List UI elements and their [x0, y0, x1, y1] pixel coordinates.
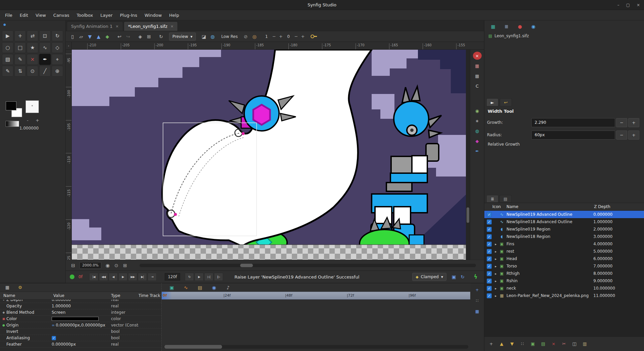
layer-expander-icon[interactable]: ▸	[493, 279, 498, 283]
menu-window[interactable]: Window	[141, 13, 165, 18]
curves-icon[interactable]: ∿	[182, 284, 190, 292]
decrease-size-button[interactable]: -	[27, 118, 29, 123]
grid-small-icon[interactable]: ▦	[473, 308, 481, 315]
future-onion-increase-button[interactable]: +	[300, 34, 306, 39]
param-row[interactable]: Feather0.000000pxreal	[0, 341, 161, 348]
width-tool[interactable]: ✒	[39, 54, 51, 65]
timeline-mark[interactable]: |96f	[409, 293, 416, 298]
sound-icon[interactable]: ♪	[224, 284, 232, 292]
preview-dropdown[interactable]: Preview ▾	[169, 33, 196, 41]
param-value-cell[interactable]: ✓	[52, 335, 111, 341]
canvas[interactable]	[72, 50, 466, 260]
group-layer-icon[interactable]: ▣	[529, 340, 536, 347]
layer-enabled-checkbox[interactable]: ✓	[487, 286, 492, 291]
keyframe-bounds-icon[interactable]: ▣	[168, 284, 176, 292]
fill-tool[interactable]: ⌖	[52, 54, 63, 65]
add-waypoint-icon[interactable]: +	[473, 287, 481, 293]
layer-row[interactable]: ✓◖NewSpline019 Region2.000000	[484, 225, 644, 233]
layer-enabled-checkbox[interactable]: ✓	[487, 271, 492, 276]
outline-color-swatch[interactable]	[6, 101, 16, 110]
menu-view[interactable]: View	[32, 13, 50, 18]
relative-growth-label[interactable]: Relative Growth	[488, 142, 520, 147]
play-to-end-button[interactable]: ▷|	[204, 273, 213, 281]
growth-increase-button[interactable]: +	[628, 118, 639, 127]
history-tab[interactable]: ↩	[500, 98, 512, 106]
close-button[interactable]: ×	[637, 3, 640, 7]
new-doc-icon[interactable]: ▯	[68, 33, 76, 41]
open-doc-icon[interactable]: ▱	[77, 33, 85, 41]
menu-canvas[interactable]: Canvas	[50, 13, 73, 18]
param-value-cell[interactable]: 1.000000	[52, 303, 111, 309]
menu-edit[interactable]: Edit	[16, 13, 32, 18]
onion-skin-icon[interactable]: ◎	[251, 33, 259, 41]
file-tree-item[interactable]: Leon_synfig1.sifz	[494, 34, 529, 38]
eyedrop-tool[interactable]: ✎	[2, 66, 13, 77]
close-canvas-icon[interactable]: ×	[473, 52, 482, 60]
duplicate-layer-icon[interactable]: ∷	[519, 340, 526, 347]
timeline-ruler[interactable]: 0f|24f|48f|72f|96f	[162, 292, 470, 300]
param-row[interactable]: ●Origin∞0.000000px,0.000000pxvector (Con…	[0, 322, 161, 329]
keyframes-panel-icon[interactable]: ●	[516, 22, 524, 31]
keyframe-lock-icon[interactable]	[311, 35, 314, 38]
copy-layer-icon[interactable]: ◫	[571, 340, 578, 347]
menu-plug-ins[interactable]: Plug-Ins	[116, 13, 141, 18]
add-layer-icon[interactable]: +	[488, 340, 495, 347]
render-settings-icon[interactable]: ◪	[200, 33, 208, 41]
clean-icon[interactable]: ◈	[136, 33, 144, 41]
document-tab[interactable]: *Leon_synfig1.sifz×	[124, 21, 178, 31]
layer-row[interactable]: ✓◖NewSpline018 Region3.000000	[484, 233, 644, 240]
layer-enabled-checkbox[interactable]: ✓	[487, 256, 492, 261]
mirror-tool[interactable]: ⇄	[27, 31, 38, 41]
params-wrench-icon[interactable]: ⚙	[16, 284, 24, 291]
tab-close-icon[interactable]: ×	[170, 24, 173, 29]
outline-fill-icon[interactable]: ◆	[473, 137, 482, 145]
quality-icon[interactable]: ∗	[473, 117, 482, 125]
past-onion-value[interactable]: 1	[265, 34, 268, 39]
seek-next-keyframe-button[interactable]: ▶|	[138, 273, 147, 281]
lock-keyframes-icon[interactable]: ◉	[210, 284, 218, 292]
growth-input[interactable]: 2.290	[531, 118, 615, 127]
lower-layer-icon[interactable]: ▼	[508, 340, 516, 347]
past-onion-decrease-button[interactable]: −	[271, 34, 277, 39]
library-panel-icon[interactable]: ≣	[502, 22, 511, 31]
transform-tool[interactable]: ▶	[2, 31, 13, 41]
layer-expander-icon[interactable]: ▸	[493, 294, 498, 298]
timeline-mark[interactable]: |24f	[223, 293, 231, 298]
ruler-corner-expander[interactable]: ›	[66, 42, 72, 50]
loop-button[interactable]: ↻	[185, 273, 194, 281]
canvas-browser-icon[interactable]: ▦	[489, 22, 497, 31]
layer-enabled-checkbox[interactable]: ✓	[487, 264, 492, 269]
seek-next-frame-button[interactable]: ▶▶	[128, 273, 137, 281]
dots-icon[interactable]: ∷	[473, 297, 481, 304]
guide-c-icon[interactable]: C	[473, 82, 482, 90]
draw-tool[interactable]: ✎	[14, 54, 26, 65]
layer-enabled-checkbox[interactable]: ✓	[487, 249, 492, 254]
layer-enabled-checkbox[interactable]: ✓	[487, 219, 492, 224]
gradient-tool[interactable]: ▧	[2, 54, 13, 65]
collapse-timebar-icon[interactable]: ⊟	[69, 261, 77, 269]
info-panel-icon[interactable]: ◉	[529, 22, 537, 31]
play-button[interactable]: ▶	[118, 273, 127, 281]
radius-increase-button[interactable]: +	[628, 131, 639, 140]
circle-tool[interactable]: ○	[2, 42, 13, 53]
future-onion-value[interactable]: 0	[287, 34, 290, 39]
fit-canvas-icon[interactable]: ⊞	[121, 261, 129, 269]
play-preview-button[interactable]: ▶	[195, 273, 204, 281]
layer-row[interactable]: ✓▸▣Torso7.000000	[484, 262, 644, 270]
star-tool[interactable]: ★	[27, 42, 38, 53]
undo-icon[interactable]: ↩	[115, 33, 123, 41]
param-value-cell[interactable]	[52, 329, 111, 335]
brush-size-value[interactable]: 1.000000	[19, 126, 39, 131]
onion-toggle-icon[interactable]: ◉	[473, 107, 482, 115]
refresh-canvas-icon[interactable]: ↻	[459, 273, 467, 281]
folder-icon[interactable]: ▤	[196, 284, 204, 292]
timetrack-scrollbar-thumb[interactable]	[164, 345, 222, 349]
maximize-button[interactable]: ▢	[626, 3, 630, 7]
cutout-tool[interactable]: ×	[27, 54, 38, 65]
param-row[interactable]: Antialiasing✓bool	[0, 335, 161, 341]
layer-row[interactable]: ✓▸▣Rshin9.000000	[484, 277, 644, 285]
layer-row[interactable]: ✓▸▣Fins4.000000	[484, 240, 644, 248]
background-color-icon[interactable]: ◍	[473, 127, 482, 135]
seek-prev-keyframe-button[interactable]: ◀◀	[99, 273, 108, 281]
snap-icon[interactable]: ⊞	[145, 33, 153, 41]
